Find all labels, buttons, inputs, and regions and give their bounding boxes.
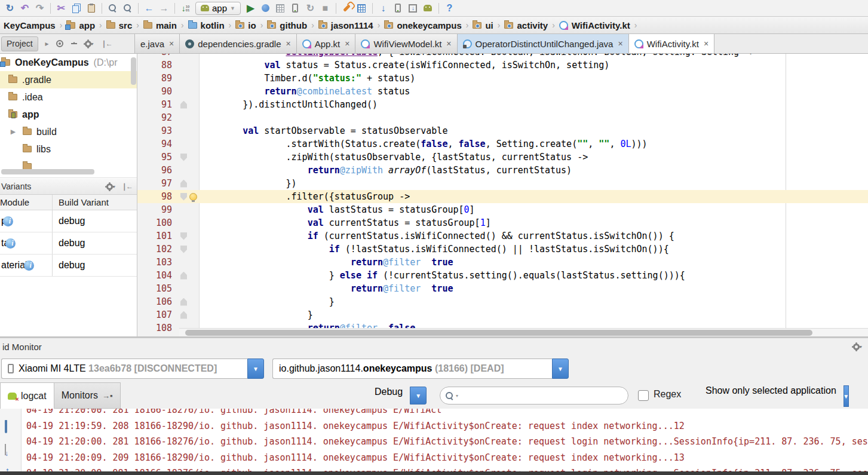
fold-marker-icon[interactable]	[180, 232, 187, 240]
scrollbar-thumb[interactable]	[185, 330, 812, 336]
editor-tab[interactable]: dependencies.gradle×	[180, 34, 296, 53]
run-configuration-select[interactable]: app▼	[195, 2, 241, 15]
log-level-arrow[interactable]: ▼	[410, 387, 427, 404]
close-icon[interactable]: ×	[446, 39, 451, 48]
breadcrumb-item[interactable]: onekeycampus	[382, 20, 464, 30]
info-icon[interactable]: i	[5, 238, 16, 249]
log-filter-select[interactable]: Show only selected application ▼	[698, 385, 849, 407]
code-line[interactable]: 98 .filter({statusGroup ->	[137, 190, 868, 203]
code-line[interactable]: 89 Timber.d("status:" + status)	[137, 72, 868, 85]
variant-cell[interactable]: debug	[53, 216, 137, 226]
process-select-arrow[interactable]: ▼	[552, 358, 569, 379]
module-cell[interactable]: ateriali	[0, 255, 53, 276]
update-project-icon[interactable]: ↓	[376, 1, 391, 16]
editor-tab[interactable]: OperatorDistinctUntilChanged.java×	[458, 34, 629, 53]
code-line[interactable]: 88 val status = Status.create(isWifiConn…	[137, 59, 868, 72]
expand-arrow-icon[interactable]: ▶	[8, 128, 18, 136]
code-line[interactable]: 91 }).distinctUntilChanged()	[137, 98, 868, 111]
breadcrumb-item[interactable]: src	[104, 20, 135, 30]
monitor-gear-icon[interactable]: ▾	[853, 344, 862, 350]
code-line[interactable]: 97 })	[137, 177, 868, 190]
rerun-icon[interactable]: ↻	[303, 1, 318, 16]
variants-gear-icon[interactable]: ▾	[106, 183, 115, 190]
fold-marker-icon[interactable]	[180, 298, 187, 306]
breadcrumb-item[interactable]: jason1114	[316, 20, 376, 30]
breadcrumb-item[interactable]: WifiActivity.kt	[557, 20, 633, 30]
collapse-all-icon[interactable]	[70, 40, 78, 47]
editor-tab[interactable]: WifiViewModel.kt×	[355, 34, 457, 53]
fold-marker-icon[interactable]	[180, 154, 187, 161]
tree-item-app[interactable]: app	[0, 106, 137, 123]
search-dropdown-icon[interactable]: ▾	[456, 393, 458, 399]
tree-item-OneKeyCampus[interactable]: OneKeyCampus (D:\pr	[0, 54, 137, 71]
breadcrumb-item[interactable]: app	[64, 20, 97, 30]
intention-bulb-icon[interactable]	[189, 193, 197, 201]
editor-tab[interactable]: WifiActivity.kt×	[629, 34, 714, 53]
breadcrumb-item[interactable]: kotlin	[186, 20, 227, 30]
breadcrumb-item[interactable]: activity	[502, 20, 550, 30]
variant-cell[interactable]: debug	[53, 260, 137, 271]
editor-tab[interactable]: App.kt×	[297, 34, 356, 53]
open-icon[interactable]: ↻	[2, 1, 17, 16]
attach-debugger-icon[interactable]	[288, 1, 303, 16]
tree-item-idea[interactable]: .idea	[0, 88, 137, 106]
breadcrumb-item[interactable]: io	[233, 20, 258, 30]
cut-icon[interactable]: ✂	[54, 1, 69, 16]
project-horizontal-scrollbar[interactable]	[1, 169, 94, 174]
log-level-select[interactable]: Debug ▼	[367, 387, 427, 404]
logcat-search[interactable]: ▾	[440, 387, 628, 404]
code-line[interactable]: 92	[137, 111, 868, 124]
code-line[interactable]: 101 if (currentStatus.isWifiConnected() …	[137, 229, 868, 243]
close-icon[interactable]: ×	[704, 39, 708, 48]
log-filter-arrow[interactable]: ▼	[844, 385, 849, 407]
android-monitor-icon[interactable]	[421, 1, 435, 16]
scroll-from-source-icon[interactable]: ▸	[45, 39, 49, 48]
code-line[interactable]: 96 return@zipWith arrayOf(lastStatus, cu…	[137, 164, 868, 177]
back-icon[interactable]: ←	[142, 1, 157, 16]
project-structure-icon[interactable]	[354, 1, 369, 16]
variant-cell[interactable]: debug	[53, 238, 137, 249]
paste-icon[interactable]	[84, 1, 99, 16]
fold-marker-icon[interactable]	[180, 311, 187, 319]
avd-manager-icon[interactable]	[391, 1, 406, 16]
code-line[interactable]: 105 return@filter true	[137, 282, 868, 295]
fold-marker-icon[interactable]	[180, 193, 187, 201]
info-icon[interactable]: i	[24, 261, 34, 271]
locate-icon[interactable]	[56, 40, 63, 47]
fold-marker-icon[interactable]	[180, 101, 187, 109]
settings-gear-icon[interactable]: ▾	[85, 41, 94, 47]
device-select-arrow[interactable]: ▼	[247, 358, 264, 379]
breadcrumb-item[interactable]: ui	[470, 20, 495, 30]
code-line[interactable]: 102 if (!lastStatus.isWifiConnected() ||…	[137, 243, 868, 256]
tab-logcat[interactable]: logcat	[0, 382, 54, 409]
find-icon[interactable]	[105, 1, 120, 16]
run-icon[interactable]: ▶	[243, 1, 258, 16]
tab-monitors[interactable]: Monitors →▪	[54, 382, 121, 409]
debug-icon[interactable]	[258, 1, 273, 16]
find-replace-icon[interactable]	[120, 1, 135, 16]
sdk-manager-icon[interactable]: ↓	[406, 1, 421, 16]
copy-icon[interactable]	[69, 1, 84, 16]
tree-item-libs[interactable]: libs	[0, 140, 137, 158]
fold-marker-icon[interactable]	[180, 246, 187, 253]
breadcrumb-item[interactable]: KeyCampus	[1, 20, 58, 30]
project-vertical-scrollbar[interactable]	[131, 57, 136, 85]
sync-project-icon[interactable]	[339, 1, 354, 16]
code-line[interactable]: 90 return@combineLatest status	[137, 85, 868, 98]
goto-line-icon[interactable]: ↓1001	[178, 1, 193, 16]
process-select[interactable]: io.github.jason1114.onekeycampus (18166)…	[272, 358, 569, 379]
undo-icon[interactable]: ↶	[17, 1, 32, 16]
project-toolwindow-tab[interactable]: Project	[1, 36, 38, 51]
editor-tab[interactable]: e.java×	[134, 34, 180, 53]
stop-icon[interactable]: ■	[318, 1, 333, 16]
help-icon[interactable]: ?	[442, 1, 457, 16]
code-line[interactable]: 107 }	[137, 308, 868, 321]
code-line[interactable]: 99 val lastStatus = statusGroup[0]	[137, 203, 868, 216]
code-editor[interactable]: 87 settingObservable, { isWifiConnected:…	[137, 54, 868, 336]
breadcrumb-item[interactable]: main	[141, 20, 179, 30]
hide-panel-icon[interactable]: ❘←	[101, 39, 112, 48]
variants-hide-icon[interactable]: ❘←	[121, 182, 132, 191]
tree-item-build[interactable]: ▶build	[0, 123, 137, 140]
code-line[interactable]: 100 val currentStatus = statusGroup[1]	[137, 216, 868, 229]
regex-checkbox[interactable]	[638, 390, 649, 401]
